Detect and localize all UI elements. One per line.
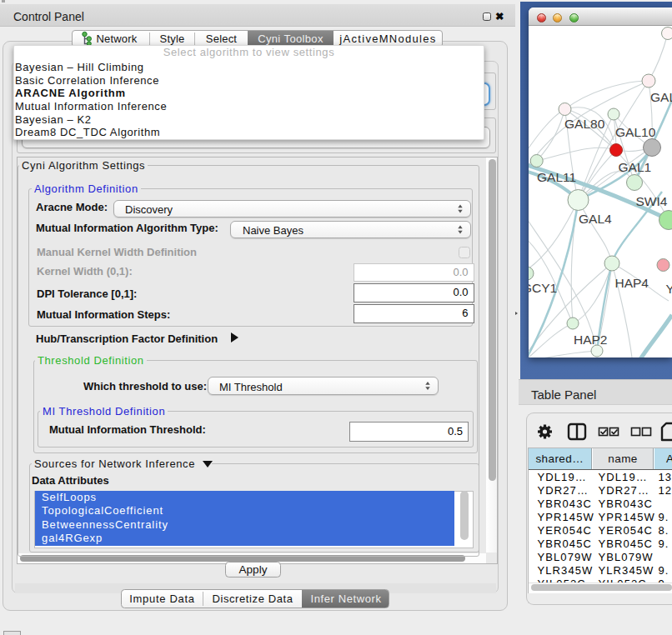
svg-text:HAP4: HAP4 <box>615 276 649 290</box>
svg-text:Y: Y <box>666 282 672 296</box>
svg-text:GAL11: GAL11 <box>537 170 576 184</box>
svg-text:GCY1: GCY1 <box>529 281 557 295</box>
svg-text:GAL1: GAL1 <box>619 160 652 174</box>
svg-text:SWI4: SWI4 <box>636 194 668 208</box>
svg-text:GAL80: GAL80 <box>564 117 605 131</box>
svg-text:GAL4: GAL4 <box>579 212 612 226</box>
svg-text:GAL: GAL <box>650 90 672 104</box>
svg-text:GAL10: GAL10 <box>615 125 656 139</box>
svg-text:HAP2: HAP2 <box>574 332 608 347</box>
